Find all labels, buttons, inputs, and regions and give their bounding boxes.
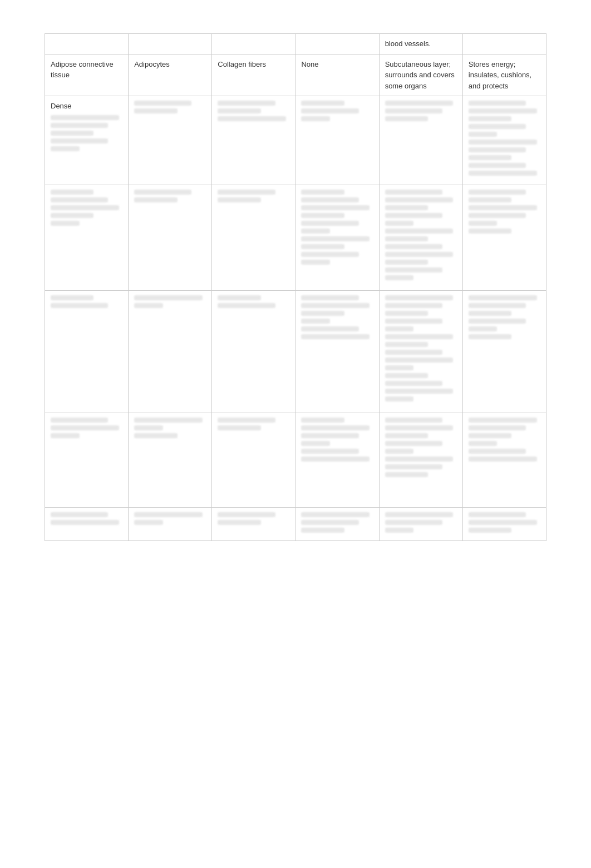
cell-b2-c4 xyxy=(296,291,379,413)
cell-b1-c4 xyxy=(296,185,379,291)
cell-r0-c4 xyxy=(296,34,379,54)
cell-b1-c5 xyxy=(379,185,462,291)
table-row-blurred-3 xyxy=(45,413,546,508)
cell-bot-c6 xyxy=(462,508,546,541)
cell-b2-c2 xyxy=(129,291,212,413)
table-row-blurred-2 xyxy=(45,291,546,413)
cell-adipose-type: Adipose connective tissue xyxy=(45,54,129,96)
cell-dense-fibers xyxy=(212,96,296,185)
cell-b1-c3 xyxy=(212,185,296,291)
cell-r0-c3 xyxy=(212,34,296,54)
cell-b2-c5 xyxy=(379,291,462,413)
cell-bot-c2 xyxy=(129,508,212,541)
cell-b2-c6 xyxy=(462,291,546,413)
cell-bot-c5 xyxy=(379,508,462,541)
table-row-adipose: Adipose connective tissue Adipocytes Col… xyxy=(45,54,546,96)
cell-b2-c1 xyxy=(45,291,129,413)
cell-b1-c1 xyxy=(45,185,129,291)
cell-dense-location xyxy=(379,96,462,185)
cell-b2-c3 xyxy=(212,291,296,413)
cell-bot-c1 xyxy=(45,508,129,541)
cell-bot-c3 xyxy=(212,508,296,541)
table-row-blurred-1 xyxy=(45,185,546,291)
cell-adipose-function: Stores energy; insulates, cushions, and … xyxy=(462,54,546,96)
cell-dense-function xyxy=(462,96,546,185)
cell-r0-c5: blood vessels. xyxy=(379,34,462,54)
table-row-dense: Dense xyxy=(45,96,546,185)
cell-b3-c3 xyxy=(212,413,296,508)
connective-tissue-table: blood vessels. Adipose connective tissue… xyxy=(45,33,546,541)
cell-r0-c2 xyxy=(129,34,212,54)
table-row-bottom xyxy=(45,508,546,541)
cell-adipose-ground: None xyxy=(296,54,379,96)
cell-b1-c2 xyxy=(129,185,212,291)
cell-b3-c2 xyxy=(129,413,212,508)
cell-b3-c5 xyxy=(379,413,462,508)
cell-b1-c6 xyxy=(462,185,546,291)
cell-dense-cells xyxy=(129,96,212,185)
cell-bot-c4 xyxy=(296,508,379,541)
cell-r0-c6 xyxy=(462,34,546,54)
cell-b3-c6 xyxy=(462,413,546,508)
cell-dense-ground xyxy=(296,96,379,185)
cell-b3-c1 xyxy=(45,413,129,508)
cell-b3-c4 xyxy=(296,413,379,508)
cell-adipose-fibers: Collagen fibers xyxy=(212,54,296,96)
table-row-partial: blood vessels. xyxy=(45,34,546,54)
cell-r0-c1 xyxy=(45,34,129,54)
cell-adipose-location: Subcutaneous layer; surrounds and covers… xyxy=(379,54,462,96)
cell-dense-type: Dense xyxy=(45,96,129,185)
cell-adipose-cells: Adipocytes xyxy=(129,54,212,96)
